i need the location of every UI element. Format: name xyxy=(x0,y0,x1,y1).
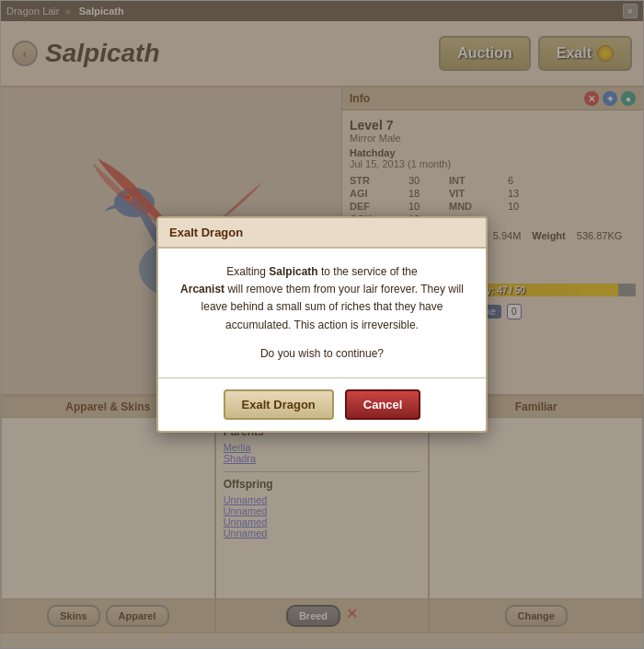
cancel-button[interactable]: Cancel xyxy=(345,389,421,420)
modal-body: Exalting Salpicath to the service of the… xyxy=(158,249,486,377)
confirm-exalt-button[interactable]: Exalt Dragon xyxy=(224,389,334,420)
modal-arcanist: Arcanist xyxy=(180,283,224,296)
modal-description: Exalting Salpicath to the service of the… xyxy=(177,263,467,334)
modal-title: Exalt Dragon xyxy=(158,218,486,249)
main-window: Dragon Lair » Salpicath × ‹ Salpicath Au… xyxy=(0,0,644,649)
modal-footer: Exalt Dragon Cancel xyxy=(158,377,486,431)
modal-dragon-name: Salpicath xyxy=(269,265,317,278)
modal-box: Exalt Dragon Exalting Salpicath to the s… xyxy=(156,216,488,433)
modal-question: Do you wish to continue? xyxy=(177,345,467,363)
modal-overlay: Exalt Dragon Exalting Salpicath to the s… xyxy=(1,1,643,648)
